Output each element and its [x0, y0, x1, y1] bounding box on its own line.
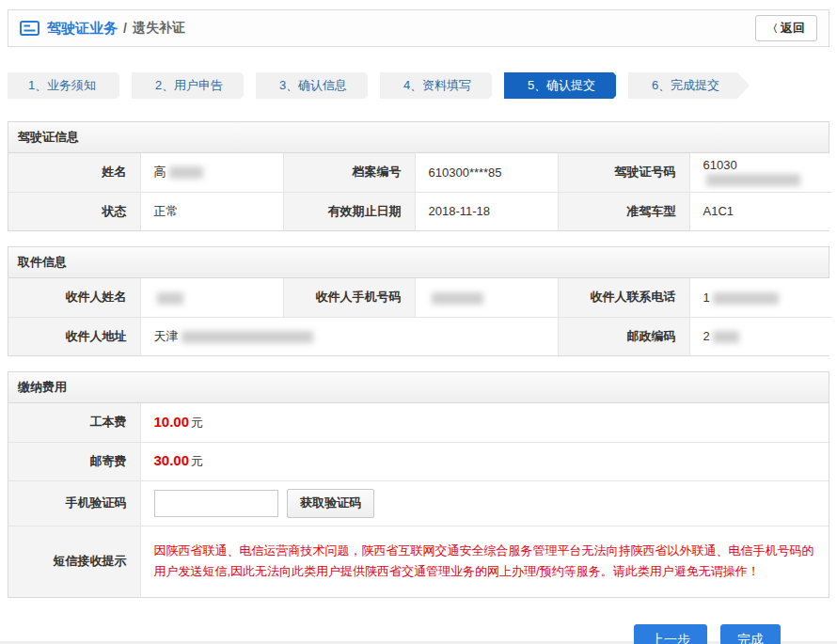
postal-value: 2 — [689, 317, 832, 355]
recipient-phone-value: 1 — [689, 278, 832, 317]
get-captcha-button[interactable]: 获取验证码 — [287, 489, 374, 518]
recipient-name-value — [140, 278, 283, 317]
redacted-address — [182, 331, 313, 343]
recipient-name-label: 收件人姓名 — [8, 278, 140, 317]
step-3-confirm-info[interactable]: 3、确认信息 — [256, 72, 365, 99]
breadcrumb-separator: / — [123, 21, 127, 36]
footer-actions: 上一步 完成 — [8, 624, 829, 644]
redacted-name — [169, 166, 203, 179]
step-6-complete-submit[interactable]: 6、完成提交 — [628, 72, 737, 99]
recipient-mobile-label: 收件人手机号码 — [283, 278, 415, 317]
fee-unit: 元 — [191, 416, 203, 430]
step-1-business-notice[interactable]: 1、业务须知 — [8, 72, 117, 99]
table-row: 状态 正常 有效期止日期 2018-11-18 准驾车型 A1C1 — [8, 192, 832, 230]
table-row: 短信接收提示 因陕西省联通、电信运营商技术问题，陕西省互联网交通安全综合服务管理… — [8, 526, 829, 597]
recipient-mobile-value — [415, 278, 558, 317]
license-no-value: 61030 — [689, 153, 832, 192]
table-row: 收件人姓名 收件人手机号码 收件人联系电话 1 — [8, 278, 832, 317]
production-fee-label: 工本费 — [8, 403, 140, 442]
vehicle-class-value: A1C1 — [689, 192, 832, 230]
status-value: 正常 — [140, 192, 283, 230]
table-row: 手机验证码 获取验证码 — [8, 480, 829, 526]
page-subtitle: 遗失补证 — [133, 20, 185, 37]
page-header: 驾驶证业务 / 遗失补证 〈 返回 — [8, 9, 829, 47]
license-info-table: 姓名 高 档案编号 610300****85 驾驶证号码 61030 状态 正常… — [8, 153, 832, 230]
license-business-icon — [20, 21, 39, 36]
redacted-recipient-mobile — [432, 292, 483, 305]
name-value: 高 — [140, 153, 283, 192]
finish-button[interactable]: 完成 — [720, 624, 781, 644]
table-row: 邮寄费 30.00元 — [8, 442, 829, 480]
name-label: 姓名 — [8, 153, 140, 192]
table-row: 工本费 10.00元 — [8, 403, 829, 442]
step-wizard: 1、业务须知 2、用户申告 3、确认信息 4、资料填写 5、确认提交 6、完成提… — [8, 72, 829, 99]
captcha-cell: 获取验证码 — [140, 480, 829, 526]
license-no-label: 驾驶证号码 — [558, 153, 689, 192]
payment-section: 缴纳费用 工本费 10.00元 邮寄费 30.00元 手机验证码 获取验证码 — [8, 371, 829, 598]
redacted-license-no — [706, 174, 800, 186]
fee-unit: 元 — [191, 454, 203, 468]
license-section-title: 驾驶证信息 — [8, 122, 829, 153]
production-fee-amount: 10.00 — [154, 414, 190, 430]
page: 驾驶证业务 / 遗失补证 〈 返回 1、业务须知 2、用户申告 3、确认信息 4… — [0, 0, 837, 644]
payment-section-title: 缴纳费用 — [8, 372, 829, 403]
sms-notice-cell: 因陕西省联通、电信运营商技术问题，陕西省互联网交通安全综合服务管理平台无法向持陕… — [140, 526, 829, 597]
back-button[interactable]: 〈 返回 — [755, 15, 817, 41]
postal-label: 邮政编码 — [558, 317, 689, 355]
page-title: 驾驶证业务 — [47, 20, 118, 38]
redacted-recipient-name — [157, 292, 183, 305]
chevron-left-icon: 〈 — [767, 22, 778, 36]
address-value: 天津 — [140, 317, 558, 355]
address-label: 收件人地址 — [8, 317, 140, 355]
payment-table: 工本费 10.00元 邮寄费 30.00元 手机验证码 获取验证码 短信接收提 — [8, 403, 829, 597]
vehicle-class-label: 准驾车型 — [558, 192, 689, 230]
captcha-input[interactable] — [154, 490, 278, 517]
mailing-fee-value: 30.00元 — [140, 442, 829, 480]
sms-notice-text: 因陕西省联通、电信运营商技术问题，陕西省互联网交通安全综合服务管理平台无法向持陕… — [154, 537, 816, 586]
table-row: 收件人地址 天津 邮政编码 2 — [8, 317, 832, 355]
mailing-fee-amount: 30.00 — [154, 452, 190, 468]
file-no-value: 610300****85 — [415, 153, 558, 192]
expiry-label: 有效期止日期 — [283, 192, 415, 230]
recipient-phone-label: 收件人联系电话 — [558, 278, 689, 317]
previous-step-button[interactable]: 上一步 — [634, 624, 707, 644]
mailing-fee-label: 邮寄费 — [8, 442, 140, 480]
pickup-section-title: 取件信息 — [8, 247, 829, 278]
step-2-user-declaration[interactable]: 2、用户申告 — [132, 72, 241, 99]
back-button-label: 返回 — [781, 20, 805, 37]
table-row: 姓名 高 档案编号 610300****85 驾驶证号码 61030 — [8, 153, 832, 192]
license-info-section: 驾驶证信息 姓名 高 档案编号 610300****85 驾驶证号码 61030… — [8, 121, 829, 231]
step-4-fill-data[interactable]: 4、资料填写 — [380, 72, 489, 99]
status-label: 状态 — [8, 192, 140, 230]
pickup-info-table: 收件人姓名 收件人手机号码 收件人联系电话 1 收件人地址 天津 邮政编码 2 — [8, 278, 832, 355]
step-5-confirm-submit[interactable]: 5、确认提交 — [504, 72, 613, 99]
redacted-postal — [713, 331, 739, 343]
expiry-value: 2018-11-18 — [415, 192, 558, 230]
production-fee-value: 10.00元 — [140, 403, 829, 442]
redacted-recipient-phone — [713, 292, 779, 305]
sms-notice-label: 短信接收提示 — [8, 526, 140, 597]
file-no-label: 档案编号 — [283, 153, 415, 192]
captcha-label: 手机验证码 — [8, 480, 140, 526]
pickup-info-section: 取件信息 收件人姓名 收件人手机号码 收件人联系电话 1 收件人地址 天津 邮政… — [8, 246, 829, 356]
